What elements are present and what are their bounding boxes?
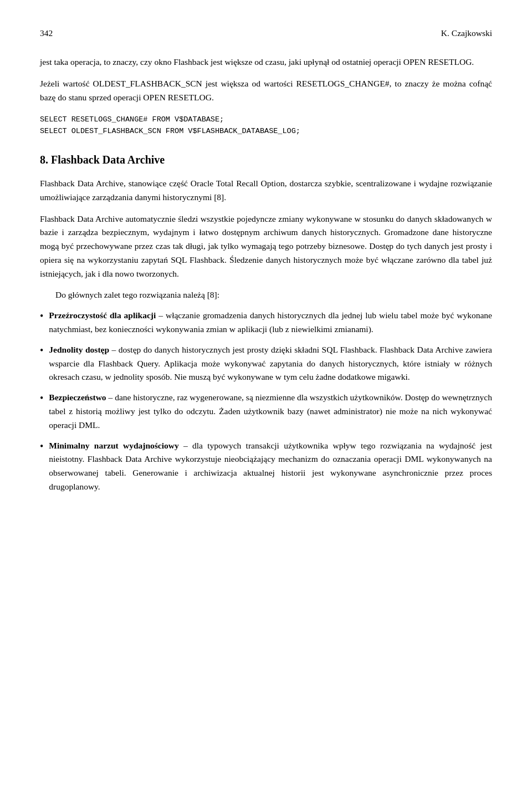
code-line-1: SELECT RESETLOGS_CHANGE# FROM V$DATABASE… (40, 115, 224, 124)
section-title: Flashback Data Archive (51, 154, 165, 166)
bullet-3-text: Bezpieczeństwo – dane historyczne, raz w… (49, 391, 492, 432)
list-item-4: Minimalny narzut wydajnościowy – dla typ… (40, 439, 492, 494)
list-item-3: Bezpieczeństwo – dane historyczne, raz w… (40, 391, 492, 432)
page: 342 K. Czajkowski jest taka operacja, to… (0, 0, 532, 805)
bullet-3-bold: Bezpieczeństwo (49, 393, 106, 402)
paragraph-3: Flashback Data Archive, stanowiące część… (40, 177, 492, 205)
code-line-2: SELECT OLDEST_FLASHBACK_SCN FROM V$FLASH… (40, 127, 300, 135)
bullet-2-text: Jednolity dostęp – dostęp do danych hist… (49, 343, 492, 384)
list-item-1: Przeźroczystość dla aplikacji – włączani… (40, 309, 492, 337)
bullet-3-rest: – dane historyczne, raz wygenerowane, są… (49, 393, 492, 430)
code-block-1: SELECT RESETLOGS_CHANGE# FROM V$DATABASE… (40, 114, 492, 137)
section-heading: 8. Flashback Data Archive (40, 152, 492, 167)
page-number: 342 (40, 27, 53, 40)
bullet-intro: Do głównych zalet tego rozwiązania należ… (55, 288, 492, 302)
page-header: 342 K. Czajkowski (40, 27, 492, 40)
paragraph-1: jest taka operacja, to znaczy, czy okno … (40, 55, 492, 69)
paragraph-2: Jeżeli wartość OLDEST_FLASHBACK_SCN jest… (40, 77, 492, 105)
bullet-1-text: Przeźroczystość dla aplikacji – włączani… (49, 309, 492, 337)
paragraph-4: Flashback Data Archive automatycznie śle… (40, 212, 492, 281)
bullet-4-text: Minimalny narzut wydajnościowy – dla typ… (49, 439, 492, 494)
bullet-1-bold: Przeźroczystość dla aplikacji (49, 310, 156, 320)
bullet-2-rest: – dostęp do danych historycznych jest pr… (49, 345, 492, 382)
list-item-2: Jednolity dostęp – dostęp do danych hist… (40, 343, 492, 384)
author-name: K. Czajkowski (441, 27, 492, 40)
section-number: 8. (40, 154, 48, 166)
bullet-2-bold: Jednolity dostęp (49, 345, 109, 354)
bullet-list: Przeźroczystość dla aplikacji – włączani… (40, 309, 492, 494)
bullet-4-bold: Minimalny narzut wydajnościowy (49, 441, 178, 450)
